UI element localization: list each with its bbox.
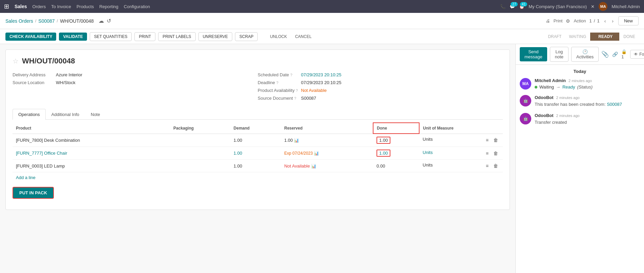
clock-badge: 41 bbox=[520, 2, 527, 6]
paperclip-icon[interactable]: 📎 bbox=[601, 51, 609, 58]
top-navigation: ⊞ Sales Orders To Invoice Products Repor… bbox=[0, 0, 644, 13]
table-row: [FURN_7800] Desk Combination 1.00 1.00 📊… bbox=[13, 134, 503, 147]
msg-body-2: OdooBot 2 minutes ago This transfer has … bbox=[535, 95, 622, 108]
deadline-value[interactable]: 07/29/2023 20:10:25 bbox=[301, 80, 341, 85]
user-name[interactable]: Mitchell Admin bbox=[611, 4, 640, 9]
row2-chart-icon[interactable]: 📊 bbox=[314, 151, 319, 156]
deadline-help[interactable]: ? bbox=[276, 81, 278, 85]
company-name[interactable]: My Company (San Francisco) bbox=[529, 4, 587, 9]
scheduled-date-label: Scheduled Date ? bbox=[258, 72, 298, 77]
row1-delete-icon[interactable]: 🗑 bbox=[492, 137, 499, 143]
row1-demand[interactable]: 1.00 bbox=[230, 134, 281, 147]
tab-note[interactable]: Note bbox=[85, 109, 106, 120]
product-availability-help[interactable]: ? bbox=[296, 89, 298, 93]
row2-done[interactable]: 1.00 bbox=[373, 147, 419, 160]
scheduled-date-help[interactable]: ? bbox=[290, 73, 292, 77]
row3-reserved-value: Not Available bbox=[284, 163, 310, 169]
nav-to-invoice[interactable]: To Invoice bbox=[51, 3, 71, 11]
clock-icon-badge[interactable]: ⏰ 41 bbox=[519, 4, 524, 9]
print-button[interactable]: PRINT bbox=[134, 32, 155, 41]
put-in-pack-button[interactable]: PUT IN PACK bbox=[13, 187, 54, 199]
follow-button[interactable]: 👁 Follow bbox=[630, 50, 644, 59]
msg-header-3: OdooBot 2 minutes ago bbox=[535, 113, 580, 118]
print-icon[interactable]: 🖨 bbox=[546, 18, 550, 23]
print-labels-button[interactable]: PRINT LABELS bbox=[158, 32, 195, 41]
msg-text-2: This transfer has been created from: S00… bbox=[535, 101, 622, 108]
col-product: Product bbox=[13, 123, 170, 134]
msg-header-2: OdooBot 2 minutes ago bbox=[535, 95, 622, 100]
msg-time-1: 2 minutes ago bbox=[568, 79, 592, 83]
unlock-button[interactable]: UNLOCK bbox=[267, 33, 289, 41]
cloud-save-icon[interactable]: ☁ bbox=[99, 18, 104, 24]
prev-page-button[interactable]: ‹ bbox=[603, 18, 607, 24]
delivery-address-field: Delivery Address Azure Interior bbox=[13, 72, 244, 77]
row2-demand[interactable]: 1.00 bbox=[230, 147, 281, 160]
row2-delete-icon[interactable]: 🗑 bbox=[492, 150, 499, 157]
row1-done-value: 1.00 bbox=[377, 137, 390, 144]
check-availability-button[interactable]: CHECK AVAILABILITY bbox=[5, 33, 56, 41]
source-document-value[interactable]: S00087 bbox=[301, 96, 316, 101]
unreserve-button[interactable]: UNRESERVE bbox=[198, 32, 232, 41]
row1-product[interactable]: [FURN_7800] Desk Combination bbox=[13, 134, 170, 147]
nav-orders[interactable]: Orders bbox=[33, 3, 46, 11]
messages-icon-badge[interactable]: 💬 27 bbox=[510, 4, 515, 9]
breadcrumb-s00087[interactable]: S00087 bbox=[38, 18, 55, 24]
row1-reserved-value: 1.00 bbox=[284, 138, 293, 143]
row2-detail-icon[interactable]: ≡ bbox=[485, 150, 490, 157]
status-from: Waiting bbox=[539, 84, 554, 90]
clock-small-icon: 🕐 bbox=[582, 49, 588, 54]
activities-button[interactable]: 🕐 Activities bbox=[571, 47, 599, 62]
col-reserved: Reserved bbox=[281, 123, 373, 134]
nav-reporting[interactable]: Reporting bbox=[99, 3, 118, 11]
row3-chart-icon[interactable]: 📊 bbox=[311, 164, 316, 169]
row2-product[interactable]: [FURN_7777] Office Chair bbox=[13, 147, 170, 160]
delivery-address-value[interactable]: Azure Interior bbox=[56, 72, 82, 77]
breadcrumb-sales-orders[interactable]: Sales Orders bbox=[5, 18, 33, 24]
validate-button[interactable]: VALIDATE bbox=[59, 33, 87, 41]
row3-done[interactable]: 0.00 bbox=[373, 160, 419, 172]
product-availability-value[interactable]: Not Available bbox=[301, 88, 327, 93]
refresh-icon[interactable]: ↺ bbox=[107, 18, 111, 24]
add-line-link[interactable]: Add a line bbox=[13, 172, 503, 183]
nav-items: Orders To Invoice Products Reporting Con… bbox=[33, 3, 495, 11]
scheduled-date-value[interactable]: 07/29/2023 20:10:25 bbox=[301, 72, 341, 77]
source-location-value[interactable]: WH/Stock bbox=[56, 80, 76, 85]
print-label: Print bbox=[554, 18, 563, 23]
row1-done[interactable]: 1.00 bbox=[373, 134, 419, 147]
status-waiting: WAITING bbox=[565, 33, 589, 40]
set-quantities-button[interactable]: SET QUANTITIES bbox=[90, 32, 132, 41]
nav-products[interactable]: Products bbox=[77, 3, 94, 11]
source-document-help[interactable]: ? bbox=[294, 96, 296, 100]
row3-delete-icon[interactable]: 🗑 bbox=[492, 162, 499, 169]
row3-product[interactable]: [FURN_0003] LED Lamp bbox=[13, 160, 170, 172]
gear-icon[interactable]: ⚙ bbox=[566, 18, 570, 24]
avatar-mitchell: MA bbox=[520, 78, 531, 90]
log-note-button[interactable]: Log note bbox=[550, 47, 568, 62]
send-message-button[interactable]: Send message bbox=[520, 47, 547, 61]
next-page-button[interactable]: › bbox=[610, 18, 615, 24]
deadline-field: Deadline ? 07/29/2023 20:10:25 bbox=[258, 80, 503, 85]
app-name[interactable]: Sales bbox=[15, 4, 27, 9]
row3-detail-icon[interactable]: ≡ bbox=[485, 162, 490, 169]
cancel-button[interactable]: CANCEL bbox=[292, 33, 314, 41]
new-button[interactable]: New bbox=[618, 16, 639, 25]
row3-demand[interactable]: 1.00 bbox=[230, 160, 281, 172]
attachment-icon[interactable]: 🔗 bbox=[612, 52, 618, 57]
close-icon[interactable]: ✕ bbox=[591, 4, 595, 9]
nav-configuration[interactable]: Configuration bbox=[124, 3, 150, 11]
row1-detail-icon[interactable]: ≡ bbox=[485, 137, 490, 143]
bottom-actions: PUT IN PACK bbox=[13, 183, 503, 203]
scrap-button[interactable]: SCRAP bbox=[235, 32, 258, 41]
phone-icon-badge[interactable]: 📞 bbox=[500, 4, 506, 9]
row2-reserved: Exp 07/24/2023 📊 bbox=[281, 147, 373, 160]
msg-link-s00087[interactable]: S00087 bbox=[607, 102, 622, 107]
app-grid-icon[interactable]: ⊞ bbox=[4, 3, 9, 10]
star-icon[interactable]: ☆ bbox=[13, 57, 19, 65]
row1-chart-icon[interactable]: 📊 bbox=[294, 138, 299, 143]
form-card: ☆ WH/OUT/00048 Delivery Address Azure In… bbox=[5, 50, 510, 210]
pagination-current: 1 bbox=[589, 18, 592, 23]
tab-additional-info[interactable]: Additional Info bbox=[46, 109, 85, 120]
product-availability-field: Product Availability ? Not Available bbox=[258, 88, 503, 93]
tab-operations[interactable]: Operations bbox=[13, 109, 46, 120]
avatar[interactable]: MA bbox=[599, 2, 607, 11]
